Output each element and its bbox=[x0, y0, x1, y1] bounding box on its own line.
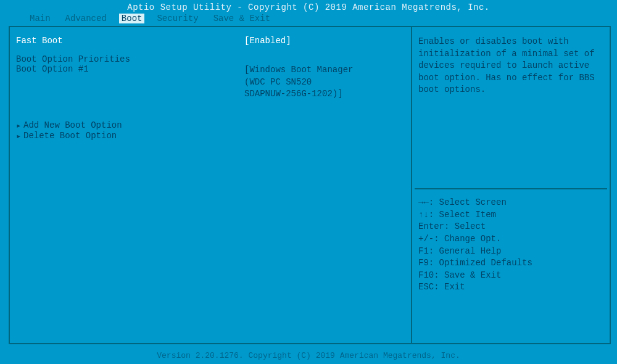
key-select-item: ↑↓: Select Item bbox=[418, 209, 603, 221]
settings-pane: Fast Boot [Enabled] Boot Option Prioriti… bbox=[10, 27, 412, 343]
fast-boot-value: [Enabled] bbox=[244, 36, 411, 46]
boot-option-1-label: Boot Option #1 bbox=[16, 64, 244, 101]
key-change-opt: +/-: Change Opt. bbox=[418, 233, 603, 246]
delete-boot-option-row[interactable]: ▸ Delete Boot Option bbox=[16, 131, 411, 141]
key-optimized-defaults: F9: Optimized Defaults bbox=[418, 257, 603, 270]
boot-priorities-header: Boot Option Priorities bbox=[16, 54, 411, 64]
key-select-screen: →←: Select Screen bbox=[418, 197, 603, 209]
fast-boot-label: Fast Boot bbox=[16, 36, 244, 46]
boot-option-1-value: [Windows Boot Manager (WDC PC SN520 SDAP… bbox=[244, 64, 411, 101]
tab-boot[interactable]: Boot bbox=[119, 14, 145, 23]
boot-option-1-row[interactable]: Boot Option #1 [Windows Boot Manager (WD… bbox=[16, 64, 411, 101]
fast-boot-row[interactable]: Fast Boot [Enabled] bbox=[16, 36, 411, 46]
tab-main[interactable]: Main bbox=[27, 14, 53, 23]
help-pane: Enables or disables boot with initializa… bbox=[412, 27, 610, 343]
delete-boot-option-label: Delete Boot Option bbox=[23, 131, 117, 141]
help-text: Enables or disables boot with initializa… bbox=[412, 27, 610, 188]
key-general-help: F1: General Help bbox=[418, 246, 603, 258]
key-esc: ESC: Exit bbox=[418, 281, 603, 294]
bios-footer: Version 2.20.1276. Copyright (C) 2019 Am… bbox=[0, 351, 617, 360]
submenu-arrow-icon: ▸ bbox=[16, 131, 23, 141]
key-save-exit: F10: Save & Exit bbox=[418, 270, 603, 282]
add-new-boot-option-row[interactable]: ▸ Add New Boot Option bbox=[16, 120, 411, 131]
tab-save-exit[interactable]: Save & Exit bbox=[211, 14, 273, 23]
key-enter: Enter: Select bbox=[418, 221, 603, 233]
main-frame: Fast Boot [Enabled] Boot Option Prioriti… bbox=[9, 26, 611, 344]
bios-title: Aptio Setup Utility - Copyright (C) 2019… bbox=[0, 0, 617, 14]
tab-advanced[interactable]: Advanced bbox=[63, 14, 109, 23]
tab-bar: Main Advanced Boot Security Save & Exit bbox=[0, 14, 617, 25]
key-legend: →←: Select Screen ↑↓: Select Item Enter:… bbox=[412, 189, 610, 343]
add-new-boot-option-label: Add New Boot Option bbox=[23, 120, 122, 131]
boot-priorities-label: Boot Option Priorities bbox=[16, 54, 244, 64]
tab-security[interactable]: Security bbox=[154, 14, 201, 23]
submenu-arrow-icon: ▸ bbox=[16, 120, 23, 131]
